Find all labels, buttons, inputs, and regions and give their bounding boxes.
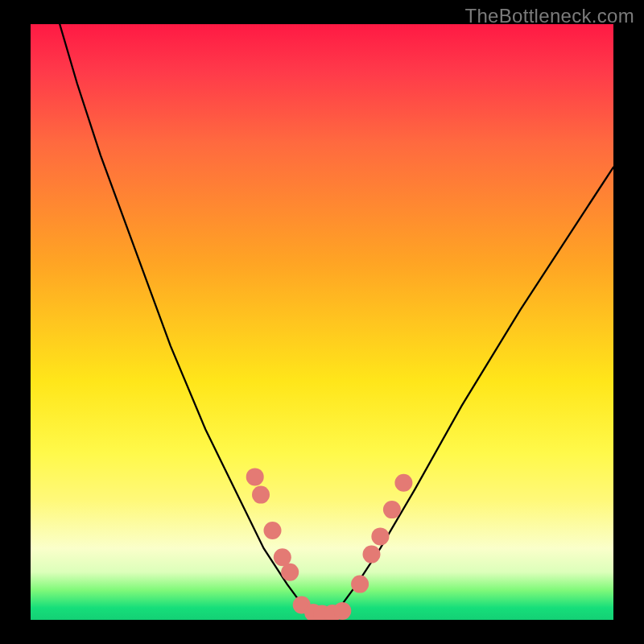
highlight-dot [394,474,412,492]
series-bottleneck-curve [60,24,613,617]
chart-frame: TheBottleneck.com [0,0,644,644]
highlight-dot [363,546,381,564]
highlight-dot [333,602,351,620]
highlight-dot [246,468,264,485]
highlight-dot [264,522,282,539]
highlight-dot [371,527,389,545]
highlight-dot [383,501,401,518]
highlight-dot [293,597,311,614]
chart-svg [31,24,613,620]
highlight-dot [274,548,291,566]
watermark-text: TheBottleneck.com [464,5,634,27]
highlight-dot [313,605,331,620]
highlight-dot [324,605,341,620]
highlight-dot [281,564,299,581]
bottleneck-curve-path [60,24,613,617]
highlight-dot [252,486,270,504]
highlight-dots-group [246,468,413,620]
highlight-dot [304,604,322,620]
highlight-dot [351,576,369,593]
chart-plot-area [31,24,613,620]
